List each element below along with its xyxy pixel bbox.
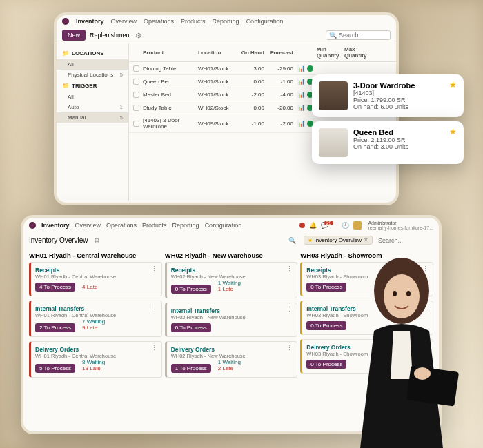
nav-products[interactable]: Products (181, 18, 206, 25)
sidebar-item-physical-locations[interactable]: Physical Locations5 (57, 70, 128, 80)
row-checkbox[interactable] (133, 105, 139, 111)
card-subtitle: WH01 Riyadh - Central Warehouse (35, 353, 157, 359)
cell-location: WH01/Stock (198, 65, 239, 72)
process-button[interactable]: 1 To Process (171, 364, 211, 373)
messages-icon[interactable]: 💬29 (321, 222, 338, 229)
nav-products[interactable]: Products (142, 222, 167, 229)
product-card-queenbed[interactable]: ★ Queen Bed Price: 2,119.00 SR On hand: … (312, 121, 464, 164)
process-button[interactable]: 5 To Process (35, 364, 75, 373)
nav-reporting[interactable]: Reporting (172, 222, 199, 229)
nav-operations[interactable]: Operations (106, 222, 137, 229)
bell-icon[interactable]: 🔔 (309, 222, 317, 229)
card-title: Internal Transfers (171, 307, 293, 314)
decorative-person (333, 241, 471, 448)
new-button[interactable]: New (62, 30, 86, 41)
nav-reporting[interactable]: Reporting (213, 18, 239, 25)
col-min[interactable]: Min Quantity (317, 46, 344, 59)
app-name[interactable]: Inventory (76, 18, 104, 25)
kanban-card[interactable]: ⋮Delivery OrdersWH02 Riyadh - New Wareho… (165, 341, 298, 378)
product-cards: ★ 3-Door Wardrobe [41403] Price: 1,799.0… (312, 74, 464, 164)
product-price: Price: 1,799.00 SR (353, 96, 415, 103)
user-box[interactable]: Administrator reemahy-homes-furniture-17… (368, 221, 433, 230)
card-title: Receipts (35, 267, 157, 274)
chart-icon[interactable]: 📊 (297, 91, 307, 98)
chart-icon[interactable]: 📊 (297, 120, 307, 127)
col-forecast[interactable]: Forecast (268, 50, 297, 56)
sidebar-item-all-locations[interactable]: All (57, 59, 128, 70)
svg-point-3 (406, 291, 411, 296)
row-checkbox[interactable] (133, 121, 139, 127)
info-icon[interactable]: i (307, 65, 313, 72)
cell-onhand: 3.00 (239, 65, 268, 72)
search-box[interactable]: 🔍 (326, 30, 391, 40)
app-name[interactable]: Inventory (41, 222, 70, 229)
process-button[interactable]: 0 To Process (171, 285, 211, 294)
chart-icon[interactable]: 📊 (297, 78, 307, 85)
row-checkbox[interactable] (133, 65, 139, 72)
more-icon[interactable]: ⋮ (151, 345, 157, 352)
table-row[interactable]: Dinning TableWH01/Stock3.00-29.00📊i (129, 62, 396, 75)
product-title: Queen Bed (353, 128, 408, 136)
messages-badge: 29 (324, 221, 334, 225)
gear-icon[interactable]: ⚙ (135, 32, 141, 39)
filter-sidebar: 📁 LOCATIONS All Physical Locations5 📁 TR… (57, 43, 129, 201)
user-db: reemahy-homes-furniture-17... (368, 225, 433, 230)
card-subtitle: WH02 Riyadh - New Warehouse (171, 353, 293, 359)
nav-overview[interactable]: Overview (111, 18, 137, 25)
user-name: Administrator (368, 221, 396, 225)
product-card-wardrobe[interactable]: ★ 3-Door Wardrobe [41403] Price: 1,799.0… (312, 74, 464, 117)
nav-operations[interactable]: Operations (144, 18, 174, 25)
cell-onhand: -2.00 (239, 92, 268, 98)
more-icon[interactable]: ⋮ (151, 265, 157, 272)
process-button[interactable]: 4 To Process (35, 283, 75, 292)
kanban-card[interactable]: ⋮ReceiptsWH01 Riyadh - Central Warehouse… (29, 262, 162, 296)
svg-rect-4 (406, 365, 459, 406)
kanban-card[interactable]: ⋮Delivery OrdersWH01 Riyadh - Central Wa… (29, 341, 162, 378)
activity-icon[interactable]: 🕘 (342, 222, 349, 229)
product-onhand: On hand: 3.00 Units (353, 143, 408, 150)
more-icon[interactable]: ⋮ (286, 306, 293, 313)
cell-forecast: -4.00 (268, 92, 297, 98)
user-avatar-icon[interactable] (353, 221, 362, 230)
col-product[interactable]: Product (143, 50, 198, 56)
cell-location: WH01/Stock (198, 92, 239, 98)
kanban-card[interactable]: ⋮ReceiptsWH02 Riyadh - New Warehouse0 To… (165, 262, 298, 298)
card-subtitle: WH01 Riyadh - Central Warehouse (35, 312, 157, 318)
svg-point-5 (414, 367, 431, 380)
nav-configuration[interactable]: Configuration (246, 18, 284, 25)
sidebar-item-trigger-manual[interactable]: Manual5 (57, 112, 128, 123)
process-button[interactable]: 0 To Process (171, 323, 211, 332)
gear-icon[interactable]: ⚙ (94, 236, 100, 244)
search-input[interactable] (339, 32, 387, 39)
col-max[interactable]: Max Quantity (344, 46, 372, 59)
col-location[interactable]: Location (198, 50, 239, 56)
more-icon[interactable]: ⋮ (286, 265, 293, 272)
cell-forecast: -29.00 (268, 65, 297, 72)
sidebar-item-trigger-all[interactable]: All (57, 92, 128, 102)
cell-forecast: -1.00 (268, 79, 297, 85)
row-checkbox[interactable] (133, 92, 139, 98)
kanban-column: WH02 Riyadh - New Warehouse⋮ReceiptsWH02… (165, 252, 298, 414)
cell-product: Queen Bed (143, 79, 198, 85)
col-onhand[interactable]: On Hand (239, 50, 268, 56)
toolbar: New Replenishment ⚙ 🔍 (57, 28, 396, 43)
nav-overview[interactable]: Overview (75, 222, 101, 229)
star-icon[interactable]: ★ (449, 127, 457, 136)
sidebar-item-trigger-auto[interactable]: Auto1 (57, 102, 128, 112)
more-icon[interactable]: ⋮ (286, 345, 293, 352)
card-stats: 8 Waiting13 Late (82, 359, 105, 371)
status-dot-icon[interactable] (299, 223, 305, 228)
nav-configuration[interactable]: Configuration (205, 222, 242, 229)
more-icon[interactable]: ⋮ (151, 304, 157, 311)
star-icon[interactable]: ★ (449, 80, 457, 90)
cell-onhand: -1.00 (239, 121, 268, 127)
menubar: Inventory Overview Operations Products R… (23, 218, 439, 233)
kanban-card[interactable]: ⋮Internal TransfersWH02 Riyadh - New War… (165, 303, 298, 337)
chart-icon[interactable]: 📊 (297, 65, 307, 72)
row-checkbox[interactable] (133, 79, 139, 85)
card-title: Delivery Orders (171, 346, 293, 353)
card-title: Receipts (171, 267, 293, 274)
chart-icon[interactable]: 📊 (297, 104, 307, 111)
process-button[interactable]: 2 To Process (35, 323, 75, 332)
kanban-card[interactable]: ⋮Internal TransfersWH01 Riyadh - Central… (29, 301, 162, 337)
